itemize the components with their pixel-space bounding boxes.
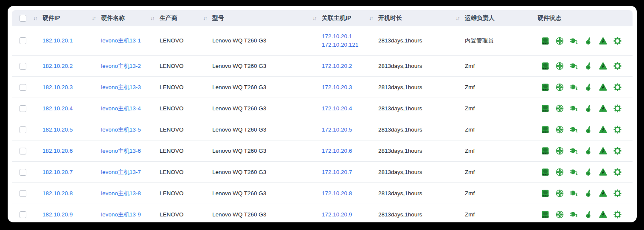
fan-icon: [555, 62, 564, 70]
sort-icon[interactable]: ↓↑: [33, 15, 40, 21]
host-ip-list: 172.10.20.8: [322, 189, 363, 198]
hardware-name-link[interactable]: levono主机13-5: [101, 126, 141, 133]
row-checkbox[interactable]: [20, 63, 26, 70]
host-ip-link[interactable]: 172.10.20.7: [322, 168, 363, 177]
host-ip-link[interactable]: 172.10.20.4: [322, 104, 363, 113]
hardware-table-card: ↓↑硬件IP ↓↑硬件名称 ↓↑生产商 ↓↑型号 ↓↑关联主机IP ↓↑开机时长: [8, 6, 637, 222]
host-ip-link[interactable]: 172.10.20.9: [322, 210, 363, 219]
vendor-text: LENOVO: [160, 105, 183, 112]
hardware-name-link[interactable]: levono主机13-2: [101, 63, 141, 69]
host-ip-list: 172.10.20.6: [322, 147, 363, 155]
table-row: 182.10.20.5 levono主机13-5 LENOVO Lenovo W…: [12, 119, 633, 140]
owner-text: Zmf: [465, 63, 475, 69]
sort-icon[interactable]: ↓↑: [456, 15, 462, 21]
hardware-ip-link[interactable]: 182.10.20.8: [42, 190, 73, 196]
hardware-name-link[interactable]: levono主机13-3: [101, 84, 141, 90]
column-header-model: ↓↑型号: [200, 10, 309, 26]
voltage-warning-icon: [599, 125, 607, 134]
hardware-ip-link[interactable]: 182.10.20.4: [42, 105, 73, 112]
power-cable-icon: [570, 168, 579, 177]
sort-icon[interactable]: ↓↑: [369, 15, 376, 21]
host-ip-link[interactable]: 172.10.20.8: [322, 189, 363, 198]
gear-icon: [613, 168, 622, 177]
hardware-name-link[interactable]: levono主机13-9: [101, 211, 141, 218]
host-ip-link[interactable]: 172.10.20.1: [322, 32, 363, 41]
voltage-warning-icon: [599, 104, 607, 113]
hardware-name-link[interactable]: levono主机13-6: [101, 148, 141, 154]
uptime-text: 2813days,1hours: [378, 84, 422, 90]
sort-icon[interactable]: ↓↑: [150, 15, 157, 21]
column-label: 硬件IP: [42, 14, 60, 21]
vendor-text: LENOVO: [160, 63, 183, 69]
thermometer-icon: [584, 189, 593, 198]
hardware-name-link[interactable]: levono主机13-1: [101, 37, 141, 44]
sort-icon[interactable]: ↓↑: [203, 15, 210, 21]
disk-icon: [541, 189, 550, 198]
gear-icon: [613, 210, 622, 219]
owner-text: Zmf: [465, 126, 475, 133]
column-header-vendor: ↓↑生产商: [147, 10, 200, 26]
model-text: Lenovo WQ T260 G3: [212, 190, 266, 196]
column-header-host-ip: ↓↑关联主机IP: [309, 10, 366, 26]
hardware-ip-link[interactable]: 182.10.20.5: [42, 126, 73, 133]
row-checkbox[interactable]: [20, 190, 26, 197]
select-all-checkbox[interactable]: [20, 15, 26, 22]
host-ip-link[interactable]: 172.10.20.2: [322, 62, 363, 70]
vendor-text: LENOVO: [160, 169, 183, 175]
hardware-ip-link[interactable]: 182.10.20.6: [42, 148, 73, 154]
status-icon-group: [541, 83, 630, 92]
power-cable-icon: [570, 210, 579, 219]
hardware-name-link[interactable]: levono主机13-7: [101, 169, 141, 175]
vendor-text: LENOVO: [160, 126, 183, 133]
sort-icon[interactable]: ↓↑: [312, 15, 319, 21]
row-checkbox[interactable]: [20, 84, 26, 91]
row-checkbox[interactable]: [20, 126, 26, 133]
host-ip-link[interactable]: 172.10.20.6: [322, 147, 363, 155]
table-row: 182.10.20.9 levono主机13-9 LENOVO Lenovo W…: [12, 204, 633, 223]
uptime-text: 2813days,1hours: [378, 190, 422, 196]
gear-icon: [613, 36, 622, 45]
row-checkbox[interactable]: [20, 37, 26, 44]
row-checkbox[interactable]: [20, 148, 26, 154]
hardware-ip-link[interactable]: 182.10.20.2: [42, 63, 73, 69]
disk-icon: [541, 168, 550, 177]
row-checkbox[interactable]: [20, 105, 26, 112]
uptime-text: 2813days,1hours: [378, 169, 422, 175]
table-row: 182.10.20.4 levono主机13-4 LENOVO Lenovo W…: [12, 98, 633, 119]
voltage-warning-icon: [599, 168, 607, 177]
voltage-warning-icon: [599, 36, 607, 45]
hardware-ip-link[interactable]: 182.10.20.7: [42, 169, 73, 175]
fan-icon: [555, 146, 564, 155]
row-checkbox[interactable]: [20, 211, 26, 218]
hardware-ip-link[interactable]: 182.10.20.9: [42, 211, 73, 218]
owner-text: Zmf: [465, 190, 475, 196]
hardware-ip-link[interactable]: 182.10.20.1: [42, 37, 73, 44]
hardware-name-link[interactable]: levono主机13-4: [101, 105, 141, 112]
owner-text: Zmf: [465, 211, 475, 218]
host-ip-link[interactable]: 172.10.20.3: [322, 83, 363, 92]
model-text: Lenovo WQ T260 G3: [212, 211, 266, 218]
disk-icon: [541, 104, 550, 113]
row-checkbox[interactable]: [20, 169, 26, 176]
gear-icon: [613, 125, 622, 134]
thermometer-icon: [584, 146, 593, 155]
status-icon-group: [541, 189, 630, 198]
voltage-warning-icon: [599, 146, 607, 155]
hardware-table: ↓↑硬件IP ↓↑硬件名称 ↓↑生产商 ↓↑型号 ↓↑关联主机IP ↓↑开机时长: [12, 10, 633, 222]
table-row: 182.10.20.7 levono主机13-7 LENOVO Lenovo W…: [12, 162, 633, 183]
host-ip-link[interactable]: 172.10.20.5: [322, 126, 363, 134]
hardware-ip-link[interactable]: 182.10.20.3: [42, 84, 73, 90]
host-ip-link[interactable]: 172.10.20.121: [322, 41, 363, 49]
status-icon-group: [541, 36, 630, 45]
hardware-name-link[interactable]: levono主机13-8: [101, 190, 141, 196]
sort-icon[interactable]: ↓↑: [92, 15, 98, 21]
host-ip-list: 172.10.20.4: [322, 104, 363, 113]
thermometer-icon: [584, 36, 593, 45]
column-label: 关联主机IP: [322, 14, 351, 21]
table-body: 182.10.20.1 levono主机13-1 LENOVO Lenovo W…: [12, 26, 633, 222]
host-ip-list: 172.10.20.7: [322, 168, 363, 177]
fan-icon: [555, 36, 564, 45]
thermometer-icon: [584, 62, 593, 70]
table-row: 182.10.20.3 levono主机13-3 LENOVO Lenovo W…: [12, 77, 633, 98]
power-cable-icon: [570, 189, 579, 198]
